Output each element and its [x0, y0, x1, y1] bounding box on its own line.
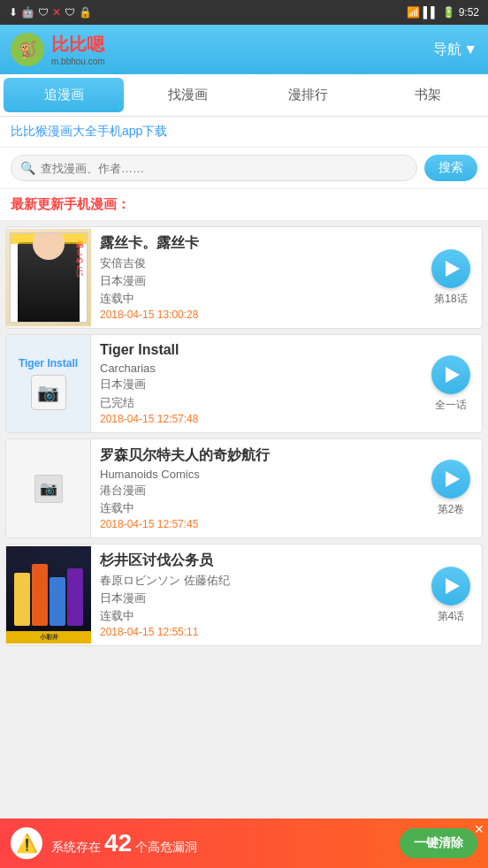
section-title: 最新更新手机漫画：	[0, 189, 488, 221]
comic-info-4: 杉井区讨伐公务员 春原ロビンソン 佐藤佑纪 日本漫画 连载中 2018-04-1…	[91, 544, 420, 645]
play-button-1[interactable]	[431, 249, 470, 288]
comic-date-2: 2018-04-15 12:57:48	[100, 413, 411, 425]
comic-date-3: 2018-04-15 12:57:45	[100, 518, 411, 530]
ad-after-text: 个高危漏洞	[135, 840, 197, 854]
comic-date-4: 2018-04-15 12:55:11	[100, 626, 411, 638]
vpn-icon: 🔒	[79, 6, 92, 19]
app-title: 比比嗯	[51, 33, 105, 57]
comic-status-2: 已完结	[100, 395, 411, 411]
play-triangle-3	[446, 471, 460, 487]
search-icon: 🔍	[20, 161, 35, 175]
comic-author-1: 安倍吉俊	[100, 255, 411, 271]
comic-cover-3: 📷	[6, 439, 91, 537]
action-label-3: 第2卷	[438, 502, 465, 517]
nav-label: 导航	[433, 41, 461, 59]
close-icon: ✕	[52, 6, 61, 19]
comic-title-4: 杉井区讨伐公务员	[100, 552, 411, 570]
comic-title-3: 罗森贝尔特夫人的奇妙航行	[100, 446, 411, 465]
action-label-2: 全一话	[435, 398, 467, 413]
search-button[interactable]: 搜索	[424, 155, 477, 181]
comic-card-4: 小彩井 杉井区讨伐公务员 春原ロビンソン 佐藤佑纪 日本漫画 连载中 2018-…	[5, 544, 483, 646]
comic-title-2: Tiger Install	[100, 342, 411, 358]
comic-action-3: 第2卷	[420, 439, 482, 537]
ad-count: 42	[104, 829, 132, 857]
logo-text-block: 比比嗯 m.bbhou.com	[51, 33, 105, 66]
download-icon: ⬇	[9, 6, 18, 19]
comic-info-3: 罗森贝尔特夫人的奇妙航行 Humanoids Comics 港台漫画 连载中 2…	[91, 439, 420, 537]
comic-author-2: Carcharias	[100, 362, 411, 375]
status-icons-left: ⬇ 🤖 🛡 ✕ 🛡 🔒	[9, 6, 92, 19]
app-subtitle: m.bbhou.com	[51, 57, 105, 66]
play-triangle-4	[446, 578, 460, 594]
comic-card-2: Tiger Install 📷 Tiger Install Carcharias…	[5, 334, 483, 433]
comic-author-4: 春原ロビンソン 佐藤佑纪	[100, 573, 411, 589]
play-button-3[interactable]	[431, 460, 470, 499]
battery-icon: 🔋	[442, 6, 455, 19]
tab-shelf[interactable]: 书架	[368, 74, 488, 116]
section-title-text: 最新更新手机漫画：	[11, 196, 130, 211]
comic-type-2: 日本漫画	[100, 377, 411, 392]
comic-action-2: 全一话	[420, 335, 482, 432]
ad-warning-text: 系统存在	[51, 840, 101, 854]
play-button-2[interactable]	[431, 355, 470, 394]
download-banner[interactable]: 比比猴漫画大全手机app下载	[0, 117, 488, 148]
signal-icon: ▌▌	[423, 6, 438, 19]
tiger-cover-text: Tiger Install	[19, 357, 78, 369]
wifi-icon: 📶	[407, 6, 420, 19]
ad-close-button[interactable]: ✕	[474, 822, 484, 836]
download-text: 比比猴漫画大全手机app下载	[11, 124, 167, 138]
tab-rank[interactable]: 漫排行	[248, 74, 368, 116]
logo-icon: 🐒	[11, 33, 44, 66]
comic-author-3: Humanoids Comics	[100, 468, 411, 481]
play-button-4[interactable]	[431, 567, 470, 605]
comic-cover-2: Tiger Install 📷	[6, 335, 91, 432]
status-icons-right: 📶 ▌▌ 🔋 9:52	[407, 6, 479, 19]
security-icon: 🛡	[65, 6, 75, 19]
comic-action-4: 第4话	[420, 544, 482, 645]
comic-type-3: 港台漫画	[100, 483, 411, 499]
comic-type-1: 日本漫画	[100, 273, 411, 289]
comic-type-4: 日本漫画	[100, 590, 411, 606]
app-header: 🐒 比比嗯 m.bbhou.com 导航 ▼	[0, 25, 488, 74]
play-triangle-1	[446, 261, 460, 277]
tab-find[interactable]: 找漫画	[127, 74, 248, 116]
search-bar: 🔍 搜索	[0, 148, 488, 189]
comic-action-1: 第18话	[420, 227, 482, 328]
status-bar: ⬇ 🤖 🛡 ✕ 🛡 🔒 📶 ▌▌ 🔋 9:52	[0, 0, 488, 25]
ad-banner: ⚠️ 系统存在 42 个高危漏洞 一键清除 ✕	[0, 819, 488, 868]
play-triangle-2	[446, 367, 460, 383]
ad-clean-button[interactable]: 一键清除	[400, 828, 477, 858]
action-label-1: 第18话	[434, 292, 467, 307]
ad-text-block: 系统存在 42 个高危漏洞	[51, 829, 391, 857]
comic-card-1: 抱きしめたい 露丝卡 露丝卡。露丝卡 安倍吉俊 日本漫画 连载中 2018-04…	[5, 226, 483, 329]
comic-status-4: 连载中	[100, 608, 411, 624]
comic-info-2: Tiger Install Carcharias 日本漫画 已完结 2018-0…	[91, 335, 420, 432]
chevron-down-icon: ▼	[463, 42, 477, 57]
tab-follow[interactable]: 追漫画	[4, 78, 124, 112]
comic-cover-4: 小彩井	[6, 544, 91, 645]
monkey-emoji: 🐒	[18, 40, 37, 59]
comic-card-3: 📷 罗森贝尔特夫人的奇妙航行 Humanoids Comics 港台漫画 连载中…	[5, 438, 483, 538]
search-input[interactable]	[41, 162, 408, 175]
comics-list: 抱きしめたい 露丝卡 露丝卡。露丝卡 安倍吉俊 日本漫画 连载中 2018-04…	[0, 221, 488, 868]
action-label-4: 第4话	[438, 609, 465, 624]
search-input-wrapper: 🔍	[11, 155, 417, 181]
comic-date-1: 2018-04-15 13:00:28	[100, 308, 411, 321]
comic-status-1: 连载中	[100, 291, 411, 307]
comic-title-1: 露丝卡。露丝卡	[100, 234, 411, 253]
time-display: 9:52	[459, 6, 479, 19]
comic-info-1: 露丝卡。露丝卡 安倍吉俊 日本漫画 连载中 2018-04-15 13:00:2…	[91, 227, 420, 328]
ad-warning-icon: ⚠️	[11, 827, 42, 859]
comic-status-3: 连载中	[100, 500, 411, 516]
android-icon: 🤖	[21, 6, 34, 19]
logo-area: 🐒 比比嗯 m.bbhou.com	[11, 33, 105, 66]
wifi-shield-icon: 🛡	[38, 6, 49, 19]
nav-button[interactable]: 导航 ▼	[433, 41, 477, 59]
warning-emoji: ⚠️	[16, 833, 38, 854]
tab-bar: 追漫画 找漫画 漫排行 书架	[0, 74, 488, 117]
comic-cover-1: 抱きしめたい 露丝卡	[6, 227, 91, 328]
